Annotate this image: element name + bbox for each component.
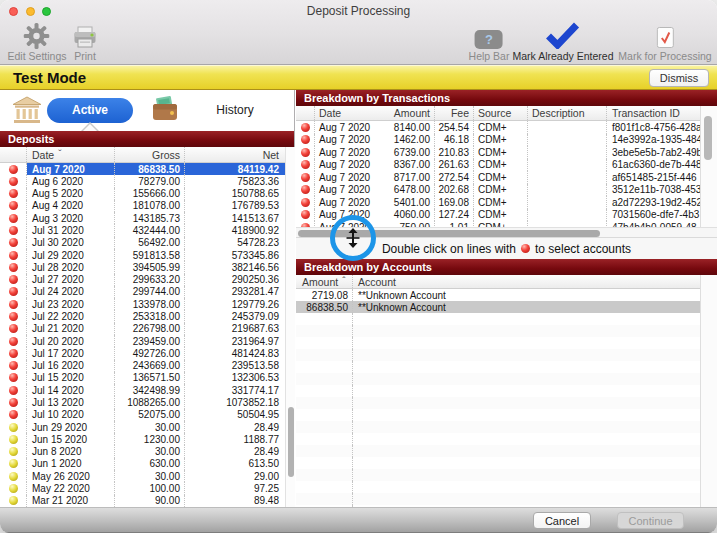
transaction-fee-cell: 210.83 [435,146,474,159]
deposit-row[interactable]: Jul 28 2020394505.99382146.56 [0,261,285,273]
deposit-gross-cell: 100.00 [115,482,185,494]
red-dot-icon [9,373,18,382]
red-dot-icon [301,198,310,207]
deposit-row-dot-cell [0,249,27,261]
deposit-date-cell: Jul 30 2020 [27,237,115,249]
deposit-row[interactable]: Jun 15 20201230.001188.77 [0,433,285,445]
deposit-row[interactable]: Jul 31 2020432444.00418900.92 [0,224,285,236]
transactions-hscrollbar[interactable] [296,227,717,238]
deposits-scrollbar-thumb[interactable] [288,407,295,477]
deposit-row[interactable]: Jul 29 2020591813.58573345.86 [0,249,285,261]
transaction-row[interactable]: Aug 7 20206478.00202.68CDM+3512e11b-7038… [296,184,700,197]
accounts-vscrollbar[interactable] [700,275,717,507]
mark-for-processing-button[interactable]: Mark for Processing [618,22,711,62]
transactions-col-amount[interactable]: Amount [376,106,435,120]
deposit-net-cell: 141513.67 [185,212,285,224]
deposit-row[interactable]: Jul 16 2020243669.00239513.58 [0,360,285,372]
deposit-gross-cell: 342498.99 [115,384,185,396]
deposit-row[interactable]: Aug 5 2020155666.00150788.65 [0,188,285,200]
deposits-col-date[interactable]: Date ˇ [27,147,115,162]
transactions-vscrollbar[interactable] [700,106,717,227]
transaction-row[interactable]: Aug 7 20206739.00210.83CDM+3ebe5e5b-7ab2… [296,146,700,159]
mark-already-entered-button[interactable]: Mark Already Entered [513,22,614,62]
transaction-row[interactable]: Aug 7 20204060.00127.24CDM+7031560e-dfe7… [296,209,700,222]
cancel-button[interactable]: Cancel [533,512,591,529]
deposit-row[interactable]: Aug 7 202086838.5084119.42 [0,163,285,175]
deposit-row[interactable]: Jun 8 202030.0028.49 [0,445,285,457]
deposit-row[interactable]: Jul 10 202052075.0050504.95 [0,409,285,421]
transaction-row[interactable]: Aug 7 20208140.00254.54CDM+f801f1c8-4756… [296,121,700,134]
accounts-col-amount[interactable]: Amount ˆ [296,275,353,288]
transaction-row[interactable]: Aug 7 20205401.00169.08CDM+a2d72293-19d2… [296,196,700,209]
breakdown-panel: Breakdown by Transactions Date Amount Fe… [296,90,717,507]
deposit-row[interactable]: May 26 202030.0029.00 [0,470,285,482]
tab-active[interactable]: Active [47,98,133,123]
transaction-row[interactable]: Aug 7 20201462.0046.18CDM+14e3992a-1935-… [296,134,700,147]
gear-icon [8,22,67,49]
deposit-row[interactable]: Jun 1 2020630.00613.50 [0,458,285,470]
transactions-col-source[interactable]: Source [474,106,528,120]
deposit-row[interactable]: Mar 21 202090.0089.48 [0,495,285,507]
deposit-row[interactable]: Aug 6 202078279.0075823.36 [0,175,285,187]
transaction-description-cell [528,196,607,209]
hint-text: Double click on lines with to select acc… [296,238,717,259]
transaction-row[interactable]: Aug 7 20208717.00272.54CDM+af651485-215f… [296,171,700,184]
deposit-row[interactable]: Jul 14 2020342498.99331774.17 [0,384,285,396]
transactions-col-date[interactable]: Date [315,106,376,120]
red-dot-icon [301,185,310,194]
deposit-row[interactable]: Jul 27 2020299633.20290250.36 [0,274,285,286]
yellow-dot-icon [9,435,18,444]
deposit-row[interactable]: Jun 29 202030.0028.49 [0,421,285,433]
account-row[interactable]: 86838.50**Unknown Account [296,301,700,313]
deposit-row[interactable]: Jul 21 2020226798.00219687.63 [0,323,285,335]
dismiss-button[interactable]: Dismiss [649,69,709,87]
deposit-row[interactable]: Aug 4 2020181078.00176789.53 [0,200,285,212]
accounts-col-account[interactable]: Account [353,275,700,288]
bank-icon [12,96,42,128]
account-row[interactable]: 2719.08**Unknown Account [296,289,700,301]
transactions-col-description[interactable]: Description [528,106,607,120]
deposit-net-cell: 75823.36 [185,175,285,187]
deposit-net-cell: 331774.17 [185,384,285,396]
yellow-dot-icon [9,459,18,468]
deposit-date-cell: May 22 2020 [27,482,115,494]
deposit-row-dot-cell [0,421,27,433]
account-empty-row [296,313,700,325]
help-bar-button[interactable]: ? Help Bar [469,22,510,62]
deposit-row[interactable]: Jul 24 2020299744.00293281.47 [0,286,285,298]
transactions-vscrollbar-thumb[interactable] [704,116,712,160]
deposit-row[interactable]: Jul 20 2020239459.00231964.97 [0,335,285,347]
red-dot-icon [9,398,18,407]
account-empty-row [296,421,700,433]
transactions-col-txid[interactable]: Transaction ID [607,106,700,120]
deposit-date-cell: Jul 24 2020 [27,286,115,298]
red-dot-icon [301,123,310,132]
red-dot-icon [9,361,18,370]
red-dot-icon [301,210,310,219]
deposits-scrollbar[interactable] [285,147,295,507]
print-button[interactable]: Print [73,22,97,62]
deposit-row[interactable]: Jul 13 20201088265.001073852.18 [0,396,285,408]
deposit-row[interactable]: May 22 2020100.0097.25 [0,482,285,494]
deposit-row[interactable]: Jul 23 2020133978.00129779.26 [0,298,285,310]
deposit-row[interactable]: Jul 15 2020136571.50132306.53 [0,372,285,384]
deposit-row[interactable]: Jul 22 2020253318.00245379.09 [0,310,285,322]
edit-settings-button[interactable]: Edit Settings [8,22,67,62]
deposits-col-net[interactable]: Net [185,147,285,162]
deposit-row[interactable]: Aug 3 2020143185.73141513.67 [0,212,285,224]
transactions-hscrollbar-thumb[interactable] [298,230,600,237]
deposit-row-dot-cell [0,495,27,507]
tab-history[interactable]: History [200,90,270,131]
deposit-date-cell: Jul 17 2020 [27,347,115,359]
transaction-txid-cell: 3512e11b-7038-453 [607,184,700,197]
account-empty-row [296,457,700,469]
footer-bar: Cancel Continue [0,507,717,533]
deposit-row[interactable]: Jul 17 2020492726.00481424.83 [0,347,285,359]
yellow-dot-icon [9,484,18,493]
continue-button[interactable]: Continue [617,512,684,529]
transaction-row[interactable]: Aug 7 20208367.00261.63CDM+61ac6360-de7b… [296,159,700,172]
transactions-col-fee[interactable]: Fee [435,106,474,120]
deposit-date-cell: Jun 1 2020 [27,458,115,470]
deposit-row[interactable]: Jul 30 202056492.0054728.23 [0,237,285,249]
deposits-col-gross[interactable]: Gross [115,147,185,162]
